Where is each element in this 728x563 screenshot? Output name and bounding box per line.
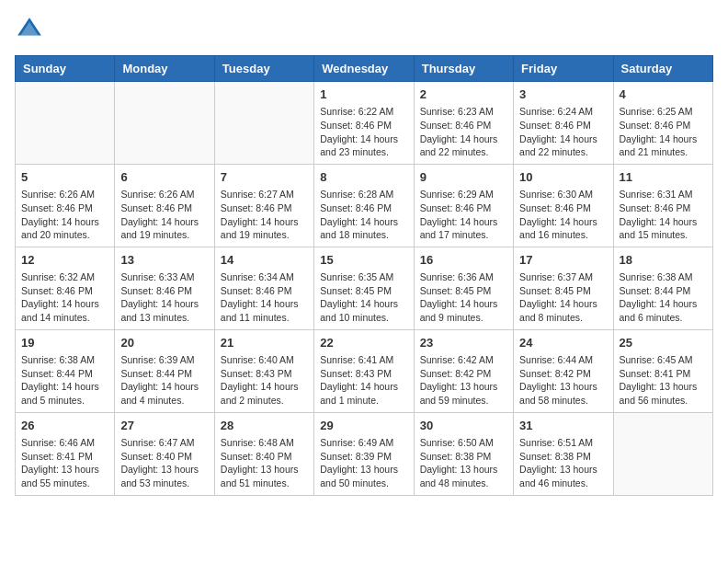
day-number: 21 [221, 335, 308, 351]
day-number: 9 [420, 169, 507, 186]
day-number: 19 [21, 335, 108, 351]
day-info: Sunrise: 6:50 AMSunset: 8:38 PMDaylight:… [420, 436, 507, 490]
weekday-header-tuesday: Tuesday [214, 56, 313, 82]
day-info: Sunrise: 6:35 AMSunset: 8:45 PMDaylight:… [320, 270, 407, 325]
day-info: Sunrise: 6:36 AMSunset: 8:45 PMDaylight:… [420, 270, 507, 325]
day-info: Sunrise: 6:46 AMSunset: 8:41 PMDaylight:… [21, 436, 108, 490]
day-number: 30 [420, 418, 507, 434]
day-info: Sunrise: 6:23 AMSunset: 8:46 PMDaylight:… [420, 105, 507, 159]
calendar-cell: 10Sunrise: 6:30 AMSunset: 8:46 PMDayligh… [514, 164, 613, 247]
day-number: 16 [420, 252, 507, 269]
day-info: Sunrise: 6:37 AMSunset: 8:45 PMDaylight:… [519, 270, 607, 325]
calendar-cell: 16Sunrise: 6:36 AMSunset: 8:45 PMDayligh… [414, 247, 513, 329]
day-number: 13 [120, 252, 208, 269]
day-info: Sunrise: 6:51 AMSunset: 8:38 PMDaylight:… [519, 436, 607, 490]
calendar-cell: 29Sunrise: 6:49 AMSunset: 8:39 PMDayligh… [314, 412, 414, 495]
calendar-table: SundayMondayTuesdayWednesdayThursdayFrid… [15, 55, 713, 496]
calendar-cell: 11Sunrise: 6:31 AMSunset: 8:46 PMDayligh… [613, 164, 712, 247]
day-info: Sunrise: 6:49 AMSunset: 8:39 PMDaylight:… [320, 436, 407, 490]
day-number: 12 [21, 252, 108, 269]
day-number: 2 [420, 86, 507, 103]
day-info: Sunrise: 6:31 AMSunset: 8:46 PMDaylight:… [620, 188, 707, 242]
day-number: 8 [320, 169, 407, 186]
calendar-cell: 27Sunrise: 6:47 AMSunset: 8:40 PMDayligh… [115, 412, 214, 495]
day-number: 3 [519, 86, 607, 103]
calendar-week-row: 5Sunrise: 6:26 AMSunset: 8:46 PMDaylight… [16, 164, 713, 247]
calendar-week-row: 12Sunrise: 6:32 AMSunset: 8:46 PMDayligh… [16, 247, 713, 329]
day-number: 28 [221, 418, 308, 434]
calendar-cell: 23Sunrise: 6:42 AMSunset: 8:42 PMDayligh… [414, 329, 513, 412]
calendar-cell: 25Sunrise: 6:45 AMSunset: 8:41 PMDayligh… [613, 329, 712, 412]
calendar-cell: 1Sunrise: 6:22 AMSunset: 8:46 PMDaylight… [314, 82, 414, 165]
calendar-cell [115, 82, 214, 165]
day-number: 31 [519, 418, 607, 434]
calendar-week-row: 19Sunrise: 6:38 AMSunset: 8:44 PMDayligh… [16, 329, 713, 412]
weekday-header-thursday: Thursday [414, 56, 513, 82]
weekday-header-wednesday: Wednesday [314, 56, 414, 82]
calendar-cell: 22Sunrise: 6:41 AMSunset: 8:43 PMDayligh… [314, 329, 414, 412]
day-info: Sunrise: 6:48 AMSunset: 8:40 PMDaylight:… [221, 436, 308, 490]
day-info: Sunrise: 6:40 AMSunset: 8:43 PMDaylight:… [221, 353, 308, 408]
day-info: Sunrise: 6:41 AMSunset: 8:43 PMDaylight:… [320, 353, 407, 408]
day-number: 23 [420, 335, 507, 351]
day-number: 14 [221, 252, 308, 269]
calendar-cell: 2Sunrise: 6:23 AMSunset: 8:46 PMDaylight… [414, 82, 513, 165]
calendar-cell [613, 412, 712, 495]
day-info: Sunrise: 6:47 AMSunset: 8:40 PMDaylight:… [120, 436, 208, 490]
day-info: Sunrise: 6:33 AMSunset: 8:46 PMDaylight:… [120, 270, 208, 325]
calendar-cell: 9Sunrise: 6:29 AMSunset: 8:46 PMDaylight… [414, 164, 513, 247]
calendar-cell: 18Sunrise: 6:38 AMSunset: 8:44 PMDayligh… [613, 247, 712, 329]
day-info: Sunrise: 6:28 AMSunset: 8:46 PMDaylight:… [320, 188, 407, 242]
day-info: Sunrise: 6:26 AMSunset: 8:46 PMDaylight:… [21, 188, 108, 242]
day-number: 10 [519, 169, 607, 186]
day-info: Sunrise: 6:44 AMSunset: 8:42 PMDaylight:… [519, 353, 607, 408]
calendar-cell: 20Sunrise: 6:39 AMSunset: 8:44 PMDayligh… [115, 329, 214, 412]
calendar-cell [16, 82, 115, 165]
day-info: Sunrise: 6:34 AMSunset: 8:46 PMDaylight:… [221, 270, 308, 325]
logo-icon [15, 15, 44, 44]
calendar-cell [214, 82, 313, 165]
day-info: Sunrise: 6:25 AMSunset: 8:46 PMDaylight:… [620, 105, 707, 159]
calendar-cell: 3Sunrise: 6:24 AMSunset: 8:46 PMDaylight… [514, 82, 613, 165]
calendar-cell: 28Sunrise: 6:48 AMSunset: 8:40 PMDayligh… [214, 412, 313, 495]
logo [15, 15, 48, 44]
day-info: Sunrise: 6:26 AMSunset: 8:46 PMDaylight:… [120, 188, 208, 242]
calendar-cell: 5Sunrise: 6:26 AMSunset: 8:46 PMDaylight… [16, 164, 115, 247]
calendar-cell: 21Sunrise: 6:40 AMSunset: 8:43 PMDayligh… [214, 329, 313, 412]
day-number: 18 [620, 252, 707, 269]
calendar-cell: 8Sunrise: 6:28 AMSunset: 8:46 PMDaylight… [314, 164, 414, 247]
day-number: 4 [620, 86, 707, 103]
day-info: Sunrise: 6:24 AMSunset: 8:46 PMDaylight:… [519, 105, 607, 159]
day-info: Sunrise: 6:29 AMSunset: 8:46 PMDaylight:… [420, 188, 507, 242]
day-number: 11 [620, 169, 707, 186]
day-number: 5 [21, 169, 108, 186]
day-number: 27 [120, 418, 208, 434]
calendar-cell: 7Sunrise: 6:27 AMSunset: 8:46 PMDaylight… [214, 164, 313, 247]
calendar-week-row: 1Sunrise: 6:22 AMSunset: 8:46 PMDaylight… [16, 82, 713, 165]
day-number: 26 [21, 418, 108, 434]
day-info: Sunrise: 6:38 AMSunset: 8:44 PMDaylight:… [21, 353, 108, 408]
day-number: 20 [120, 335, 208, 351]
calendar-cell: 26Sunrise: 6:46 AMSunset: 8:41 PMDayligh… [16, 412, 115, 495]
day-number: 7 [221, 169, 308, 186]
calendar-cell: 24Sunrise: 6:44 AMSunset: 8:42 PMDayligh… [514, 329, 613, 412]
day-number: 15 [320, 252, 407, 269]
day-info: Sunrise: 6:39 AMSunset: 8:44 PMDaylight:… [120, 353, 208, 408]
day-number: 17 [519, 252, 607, 269]
day-info: Sunrise: 6:27 AMSunset: 8:46 PMDaylight:… [221, 188, 308, 242]
day-number: 1 [320, 86, 407, 103]
day-number: 29 [320, 418, 407, 434]
day-number: 6 [120, 169, 208, 186]
calendar-cell: 6Sunrise: 6:26 AMSunset: 8:46 PMDaylight… [115, 164, 214, 247]
day-info: Sunrise: 6:32 AMSunset: 8:46 PMDaylight:… [21, 270, 108, 325]
day-info: Sunrise: 6:30 AMSunset: 8:46 PMDaylight:… [519, 188, 607, 242]
day-number: 24 [519, 335, 607, 351]
calendar-cell: 19Sunrise: 6:38 AMSunset: 8:44 PMDayligh… [16, 329, 115, 412]
weekday-header-friday: Friday [514, 56, 613, 82]
calendar-cell: 14Sunrise: 6:34 AMSunset: 8:46 PMDayligh… [214, 247, 313, 329]
calendar-cell: 31Sunrise: 6:51 AMSunset: 8:38 PMDayligh… [514, 412, 613, 495]
calendar-cell: 17Sunrise: 6:37 AMSunset: 8:45 PMDayligh… [514, 247, 613, 329]
calendar-cell: 12Sunrise: 6:32 AMSunset: 8:46 PMDayligh… [16, 247, 115, 329]
day-info: Sunrise: 6:42 AMSunset: 8:42 PMDaylight:… [420, 353, 507, 408]
day-number: 22 [320, 335, 407, 351]
